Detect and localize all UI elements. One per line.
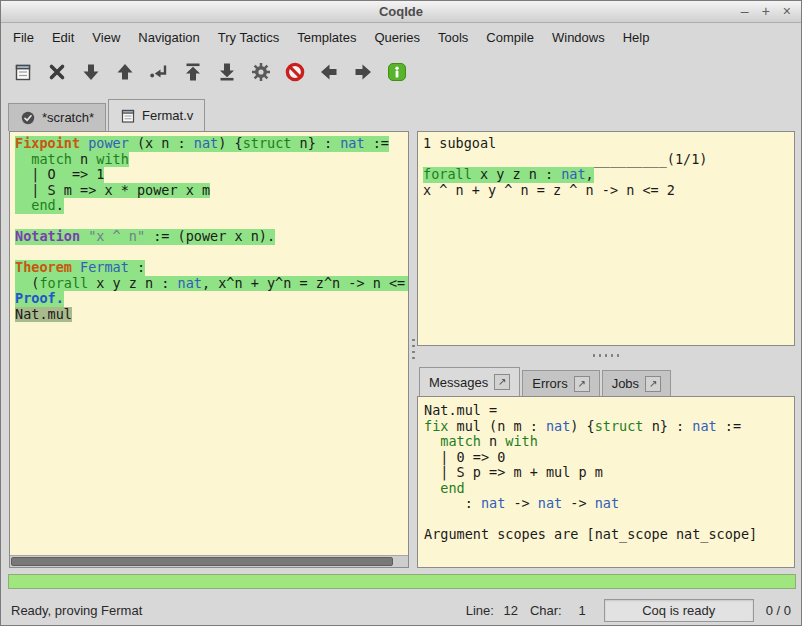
editor-line: | O => 1 <box>15 167 408 183</box>
tab-label: Fermat.v <box>142 108 193 123</box>
goal-line: 1 subgoal <box>423 136 789 152</box>
about-info-button[interactable] <box>380 55 414 89</box>
next-occurrence-icon <box>352 61 374 83</box>
messages-detach-button[interactable]: ↗ <box>494 374 510 390</box>
preferences-gear-icon <box>250 61 272 83</box>
tab-label: Jobs <box>612 376 639 391</box>
maximize-button[interactable]: + <box>762 1 770 22</box>
message-line: | 0 => 0 <box>424 450 788 466</box>
menu-item-view[interactable]: View <box>83 26 129 49</box>
progress-fill <box>9 575 795 588</box>
status-right-group: Line: 12 Char: 1 Coq is ready 0 / 0 <box>466 599 791 622</box>
previous-occurrence-button[interactable] <box>312 55 346 89</box>
menu-item-navigation[interactable]: Navigation <box>129 26 208 49</box>
message-line: Argument scopes are [nat_scope nat_scope… <box>424 527 788 543</box>
tab-label: Messages <box>429 375 488 390</box>
message-line: : nat -> nat -> nat <box>424 496 788 512</box>
status-bar: Ready, proving Fermat Line: 12 Char: 1 C… <box>1 593 801 626</box>
minimize-button[interactable]: – <box>741 1 749 22</box>
coqide-window: CoqIde – + × FileEditViewNavigationTry T… <box>0 0 802 626</box>
close-buffer-icon <box>46 61 68 83</box>
messages-tab-bar: Messages↗Errors↗Jobs↗ <box>417 365 795 396</box>
scratch-buffer-icon <box>20 110 36 126</box>
worker-counter: 0 / 0 <box>766 603 791 618</box>
char-value: 1 <box>568 603 586 618</box>
menu-item-templates[interactable]: Templates <box>288 26 365 49</box>
editor-line: Proof. <box>15 291 408 307</box>
menu-item-queries[interactable]: Queries <box>365 26 429 49</box>
vertical-splitter[interactable] <box>409 131 417 568</box>
tab-messages[interactable]: Messages↗ <box>419 367 520 396</box>
editor-line: match n with <box>15 152 408 168</box>
go-to-cursor-button[interactable] <box>142 55 176 89</box>
go-to-cursor-icon <box>148 61 170 83</box>
editor-line <box>15 214 408 230</box>
editor-code[interactable]: Fixpoint power (x n : nat) {struct n} : … <box>10 132 408 555</box>
editor-line: Notation "x ^ n" := (power x n). <box>15 229 408 245</box>
editor-pane[interactable]: Fixpoint power (x n : nat) {struct n} : … <box>9 131 409 568</box>
errors-detach-button[interactable]: ↗ <box>574 376 590 392</box>
close-buffer-button[interactable] <box>40 55 74 89</box>
menu-item-edit[interactable]: Edit <box>43 26 83 49</box>
coq-status-box: Coq is ready <box>604 599 754 622</box>
forward-one-command-button[interactable] <box>74 55 108 89</box>
window-title: CoqIde <box>379 4 423 19</box>
interrupt-stop-icon <box>284 61 306 83</box>
tab-fermat-v[interactable]: Fermat.v <box>108 99 205 131</box>
go-to-start-button[interactable] <box>176 55 210 89</box>
editor-line: Nat.mul <box>15 307 408 323</box>
window-controls: – + × <box>741 1 791 22</box>
close-button[interactable]: × <box>783 1 791 22</box>
line-value: 12 <box>500 603 518 618</box>
splitter-grip-icon <box>591 354 621 357</box>
message-line: | S p => m + mul p m <box>424 465 788 481</box>
go-to-end-icon <box>216 61 238 83</box>
about-info-icon <box>386 61 408 83</box>
menu-item-compile[interactable]: Compile <box>477 26 543 49</box>
editor-line: Theorem Fermat : <box>15 260 408 276</box>
tab-scratch[interactable]: *scratch* <box>8 103 106 131</box>
message-line: Nat.mul = <box>424 403 788 419</box>
messages-pane: Messages↗Errors↗Jobs↗ Nat.mul =fix mul (… <box>417 365 795 568</box>
tab-label: *scratch* <box>42 110 94 125</box>
menu-item-tools[interactable]: Tools <box>429 26 477 49</box>
goal-line: ______________________________(1/1) <box>423 152 789 168</box>
tab-jobs[interactable]: Jobs↗ <box>602 370 671 396</box>
menu-item-help[interactable]: Help <box>614 26 659 49</box>
editor-line: Fixpoint power (x n : nat) {struct n} : … <box>15 136 408 152</box>
editor-line: end. <box>15 198 408 214</box>
menu-item-file[interactable]: File <box>4 26 43 49</box>
toolbar <box>1 50 801 94</box>
goal-content: 1 subgoal______________________________(… <box>423 136 789 198</box>
scrollbar-thumb[interactable] <box>11 557 393 566</box>
backward-one-command-button[interactable] <box>108 55 142 89</box>
next-occurrence-button[interactable] <box>346 55 380 89</box>
message-line: match n with <box>424 434 788 450</box>
editor-line: | S m => x * power x m <box>15 183 408 199</box>
backward-one-command-icon <box>114 61 136 83</box>
message-line <box>424 512 788 528</box>
tab-label: Errors <box>532 376 567 391</box>
char-label: Char: <box>530 603 562 618</box>
message-line: end <box>424 481 788 497</box>
interrupt-stop-button[interactable] <box>278 55 312 89</box>
line-label: Line: <box>466 603 494 618</box>
editor-line <box>15 245 408 261</box>
tab-errors[interactable]: Errors↗ <box>522 370 599 396</box>
menu-item-windows[interactable]: Windows <box>543 26 614 49</box>
jobs-detach-button[interactable]: ↗ <box>645 376 661 392</box>
messages-content[interactable]: Nat.mul =fix mul (n m : nat) {struct n} … <box>417 396 795 568</box>
menu-item-try-tactics[interactable]: Try Tactics <box>209 26 288 49</box>
editor-line: (forall x y z n : nat, x^n + y^n = z^n -… <box>15 276 408 292</box>
save-button[interactable] <box>6 55 40 89</box>
preferences-gear-button[interactable] <box>244 55 278 89</box>
goal-pane[interactable]: 1 subgoal______________________________(… <box>417 131 795 346</box>
go-to-start-icon <box>182 61 204 83</box>
previous-occurrence-icon <box>318 61 340 83</box>
horizontal-scrollbar[interactable] <box>10 555 408 567</box>
go-to-end-button[interactable] <box>210 55 244 89</box>
progress-bar <box>8 574 796 589</box>
horizontal-splitter[interactable] <box>417 346 795 365</box>
title-bar[interactable]: CoqIde – + × <box>1 1 801 23</box>
save-icon <box>13 62 34 83</box>
